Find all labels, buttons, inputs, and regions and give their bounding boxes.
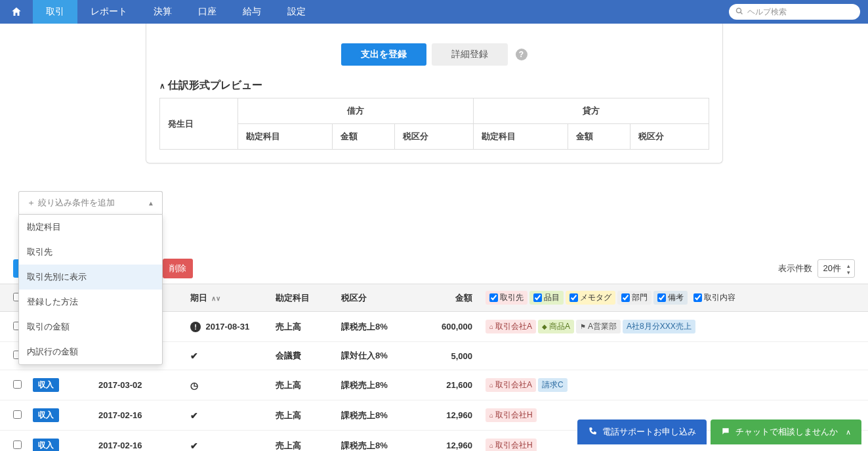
cell-due: ✔ [190,351,276,361]
tag-pill[interactable]: A社8月分XXX売上 [623,320,695,333]
cell-due: ! 2017-08-31 [190,322,276,332]
row-checkbox[interactable] [13,440,22,449]
col-credit-account: 勘定科目 [473,124,568,150]
journal-preview-table: 発生日 借方 貸方 勘定科目 金額 税区分 勘定科目 金額 税区分 [159,98,709,150]
cell-tags: ⌂取引会社A請求C [472,378,855,392]
cell-tax: 課税売上8% [341,440,413,452]
search-icon [735,7,743,17]
help-icon[interactable]: ? [516,49,527,60]
checkbox[interactable] [657,293,666,302]
check-icon: ✔ [190,440,198,451]
bulk-action-button-edge[interactable] [13,259,18,278]
nav-item-4[interactable]: 給与 [230,0,274,24]
register-expense-button[interactable]: 支出を登録 [341,43,426,66]
help-search-input[interactable]: ヘルプ検索 [729,4,860,20]
row-checkbox[interactable] [13,380,22,389]
filter-option[interactable]: 内訳行の金額 [19,339,162,364]
col-credit-amount: 金額 [568,124,630,150]
checkbox[interactable] [489,293,498,302]
filter-option[interactable]: 取引の金額 [19,314,162,339]
tag-icon: ◆ [542,323,547,330]
detail-register-button[interactable]: 詳細登録 [432,43,508,66]
chevron-up-icon: ∧ [846,428,851,437]
collapse-caret-icon: ∧ [159,81,165,91]
tag-pill[interactable]: ⌂取引会社A [486,378,536,392]
checkbox[interactable] [533,293,542,302]
support-footer: 電話サポートお申し込み チャットで相談しませんか ∧ [577,419,861,444]
col-debit-tax: 税区分 [395,124,474,150]
type-badge: 収入 [33,408,59,422]
tag-filter-checkbox[interactable]: 品目 [529,291,564,305]
tag-icon: ⌂ [489,323,493,330]
home-button[interactable] [0,0,33,24]
tag-filter-checkbox[interactable]: メモタグ [566,291,615,305]
dropdown-caret-icon: ▲ [148,200,154,207]
check-icon: ✔ [190,410,198,421]
nav-search: ヘルプ検索 [729,0,868,24]
tag-pill[interactable]: ⚑A営業部 [576,320,621,333]
filter-option[interactable]: 取引先 [19,240,162,265]
col-due-header[interactable]: 期日 ∧∨ [190,292,276,304]
nav-item-5[interactable]: 設定 [274,0,319,24]
tag-filter-checkbox[interactable]: 取引内容 [690,291,739,305]
tag-filter-checkbox[interactable]: 部門 [617,291,651,305]
cell-tags: ⌂取引会社A◆商品A⚑A営業部A社8月分XXX売上 [472,320,855,333]
type-badge: 収入 [33,378,59,392]
filter-area: ＋ 絞り込み条件を追加 ▲ 勘定科目取引先取引先別に表示登録した方法取引の金額内… [18,191,868,214]
top-navbar: 取引レポート決算口座給与設定 ヘルプ検索 [0,0,868,24]
tag-icon: ⌂ [489,442,493,449]
cell-tax: 課税売上8% [341,410,413,421]
nav-item-3[interactable]: 口座 [185,0,230,24]
alert-icon: ! [190,322,201,332]
nav-item-1[interactable]: レポート [77,0,140,24]
col-account-header: 勘定科目 [276,292,341,304]
check-icon: ✔ [190,351,198,361]
sort-arrows-icon: ∧∨ [211,295,220,302]
row-checkbox[interactable] [13,410,22,419]
cell-account: 売上高 [276,321,341,333]
page-size-select[interactable]: 20件 ▴▾ [817,259,855,278]
tag-pill[interactable]: ⌂取引会社H [486,408,537,422]
nav-item-0[interactable]: 取引 [33,0,77,24]
tag-filter-checkbox[interactable]: 取引先 [486,291,527,305]
chat-support-button[interactable]: チャットで相談しませんか ∧ [711,419,861,444]
cell-account: 売上高 [276,410,341,421]
col-tax-header: 税区分 [341,292,413,304]
cell-due: ◷ [190,380,276,391]
cell-due: ✔ [190,410,276,421]
filter-option[interactable]: 勘定科目 [19,215,162,240]
search-placeholder: ヘルプ検索 [747,7,787,18]
select-arrows-icon: ▴▾ [847,263,850,276]
tag-pill[interactable]: ⌂取引会社A [486,320,536,333]
cell-date: 2017-02-16 [98,440,190,450]
tag-pill[interactable]: ⌂取引会社H [486,439,537,451]
page-size-label: 表示件数 [778,263,812,274]
cell-account: 売上高 [276,379,341,391]
nav-item-2[interactable]: 決算 [140,0,185,24]
chat-icon [721,427,730,438]
tag-pill[interactable]: 請求C [538,378,568,392]
cell-date: 2017-03-02 [98,380,190,390]
delete-button[interactable]: 削除 [163,259,193,278]
filter-option[interactable]: 登録した方法 [19,290,162,314]
col-debit-account: 勘定科目 [238,124,333,150]
table-row[interactable]: 収入2017-03-02◷売上高課税売上8%21,600⌂取引会社A請求C [0,370,868,400]
clock-icon: ◷ [190,380,198,391]
checkbox[interactable] [621,293,630,302]
cell-amount: 12,960 [413,410,472,420]
cell-account: 会議費 [276,350,341,362]
checkbox[interactable] [693,293,702,302]
filter-option[interactable]: 取引先別に表示 [19,265,162,290]
tag-pill[interactable]: ◆商品A [538,320,574,333]
svg-point-0 [737,8,741,12]
tag-icon: ⌂ [489,412,493,419]
add-filter-dropdown[interactable]: ＋ 絞り込み条件を追加 ▲ [18,191,163,214]
preview-title[interactable]: ∧ 仕訳形式プレビュー [159,79,709,93]
phone-support-button[interactable]: 電話サポートお申し込み [577,419,707,444]
cell-amount: 600,000 [413,322,472,332]
checkbox[interactable] [569,293,578,302]
cell-amount: 5,000 [413,351,472,361]
tag-filter-checkbox[interactable]: 備考 [653,291,688,305]
tag-icon: ⚑ [580,323,586,330]
home-icon [10,6,22,18]
